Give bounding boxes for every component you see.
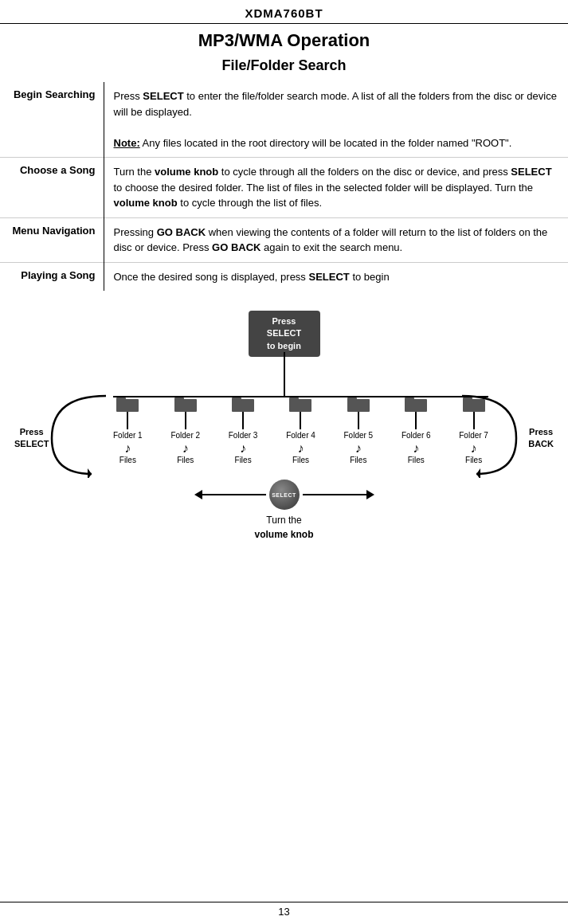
folder-icon [405, 396, 427, 412]
folder-item-1: Folder 1 ♪ Files [113, 396, 143, 464]
folder-icon [116, 396, 139, 412]
turn-label: Turn the volume knob [254, 513, 313, 542]
vol-arrow-right-icon [366, 490, 374, 499]
folder-label: Folder 2 [170, 431, 200, 440]
music-note-icon: ♪ [297, 441, 304, 456]
folder-item-3: Folder 3 ♪ Files [229, 396, 258, 464]
svg-marker-0 [88, 468, 92, 478]
svg-rect-9 [289, 397, 299, 401]
files-label: Files [408, 456, 425, 464]
folder-vline [127, 412, 128, 429]
folder-vline [473, 412, 475, 429]
svg-rect-5 [174, 397, 184, 401]
svg-rect-14 [463, 399, 485, 412]
volume-knob[interactable]: SELECT [269, 480, 300, 510]
select-btn-line1: Press SELECT [267, 316, 301, 338]
select-to-begin-button[interactable]: Press SELECT to begin [249, 311, 320, 357]
content-menu-navigation: Pressing GO BACK when viewing the conten… [104, 217, 568, 262]
svg-rect-4 [174, 399, 197, 412]
folder-icon [174, 396, 197, 412]
content-begin-searching: Press SELECT to enter the file/folder se… [104, 82, 568, 158]
folder-icon [232, 396, 254, 412]
vline-top [284, 352, 285, 396]
folder-icon [289, 396, 311, 412]
svg-rect-13 [405, 397, 414, 401]
svg-rect-15 [463, 397, 472, 401]
folder-label: Folder 5 [344, 431, 374, 440]
music-note-icon: ♪ [182, 441, 189, 456]
svg-rect-2 [116, 399, 139, 412]
model-header: XDMA760BT [0, 0, 568, 24]
folder-vline [300, 412, 301, 429]
folder-vline [242, 412, 244, 429]
label-menu-navigation: Menu Navigation [0, 217, 104, 262]
folder-label: Folder 7 [459, 431, 488, 440]
music-note-icon: ♪ [124, 441, 131, 456]
folder-item-6: Folder 6 ♪ Files [402, 396, 431, 464]
svg-rect-8 [289, 399, 311, 412]
svg-rect-6 [232, 399, 254, 412]
page-footer: 13 [0, 902, 568, 918]
music-note-icon: ♪ [471, 441, 477, 456]
label-begin-searching: Begin Searching [0, 82, 104, 158]
music-note-icon: ♪ [355, 441, 362, 456]
music-note-icon: ♪ [240, 441, 246, 456]
content-playing-song: Once the desired song is displayed, pres… [104, 262, 568, 291]
folder-icon [347, 396, 370, 412]
vol-arrow-left-icon [194, 490, 202, 499]
folder-item-4: Folder 4 ♪ Files [286, 396, 315, 464]
folder-item-7: Folder 7 ♪ Files [459, 396, 488, 464]
folder-label: Folder 1 [113, 431, 143, 440]
folder-item-2: Folder 2 ♪ Files [170, 396, 200, 464]
table-row-menu-navigation: Menu Navigation Pressing GO BACK when vi… [0, 217, 568, 262]
press-back-label: Press BACK [528, 426, 554, 451]
svg-rect-10 [347, 399, 370, 412]
files-label: Files [292, 456, 309, 464]
files-label: Files [350, 456, 366, 464]
files-label: Files [465, 456, 482, 464]
page-title: MP3/WMA Operation [0, 24, 568, 54]
svg-rect-11 [347, 397, 357, 401]
svg-marker-1 [476, 468, 480, 478]
folder-label: Folder 6 [402, 431, 431, 440]
table-row-begin-searching: Begin Searching Press SELECT to enter th… [0, 82, 568, 158]
folder-vline [358, 412, 359, 429]
music-note-icon: ♪ [413, 441, 419, 456]
content-choose-song: Turn the volume knob to cycle through al… [104, 158, 568, 218]
folder-item-5: Folder 5 ♪ Files [344, 396, 374, 464]
folder-label: Folder 3 [229, 431, 258, 440]
folder-icon [463, 396, 485, 412]
folder-label: Folder 4 [286, 431, 315, 440]
files-label: Files [119, 456, 136, 464]
table-row-playing-song: Playing a Song Once the desired song is … [0, 262, 568, 291]
diagram-area: Press SELECT to begin Press SELECT Press… [0, 303, 568, 558]
press-select-label: Press SELECT [14, 426, 49, 451]
table-row-choose-song: Choose a Song Turn the volume knob to cy… [0, 158, 568, 218]
files-label: Files [177, 456, 194, 464]
folder-vline [415, 412, 417, 429]
volume-arrows-row: SELECT [194, 480, 374, 510]
select-btn-line2: to begin [267, 341, 301, 350]
vol-left-line [202, 494, 266, 495]
section-title: File/Folder Search [0, 54, 568, 82]
vol-right-line [303, 494, 366, 495]
files-label: Files [235, 456, 252, 464]
label-playing-song: Playing a Song [0, 262, 104, 291]
press-select-arrow [44, 390, 108, 478]
svg-rect-12 [405, 399, 427, 412]
svg-rect-3 [116, 397, 126, 401]
content-table: Begin Searching Press SELECT to enter th… [0, 82, 568, 291]
knob-label: SELECT [272, 492, 296, 498]
label-choose-song: Choose a Song [0, 158, 104, 218]
folder-row: Folder 1 ♪ Files Folder 2 ♪ Files Folder… [113, 396, 488, 464]
svg-rect-7 [232, 397, 241, 401]
folder-vline [185, 412, 186, 429]
volume-area: SELECT Turn the volume knob [194, 480, 374, 542]
